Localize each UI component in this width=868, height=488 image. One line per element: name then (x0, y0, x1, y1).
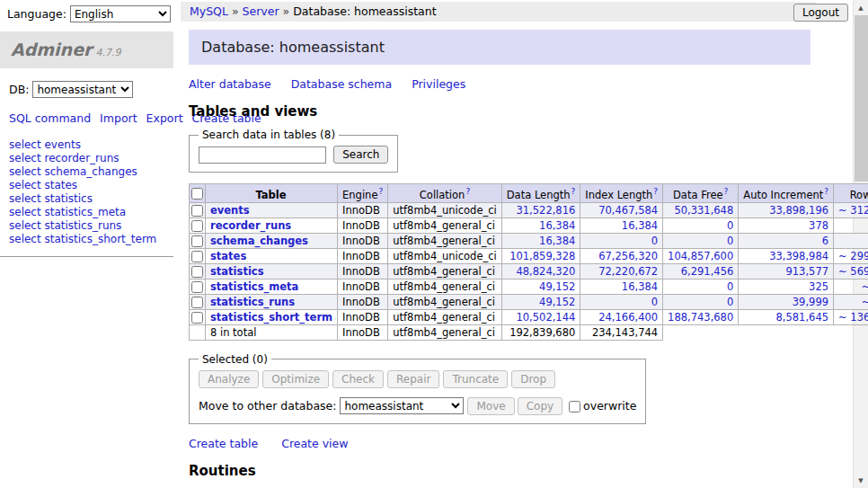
search-button[interactable]: Search (333, 146, 388, 164)
rows-count-link[interactable]: ~ 136,108 (838, 311, 868, 324)
row-select-checkbox[interactable] (191, 281, 203, 293)
table-name-link[interactable]: recorder_runs (210, 219, 291, 232)
column-header-label[interactable]: Data Length (507, 189, 571, 201)
row-select-checkbox[interactable] (191, 312, 203, 324)
index-length-link[interactable]: 0 (651, 235, 658, 247)
language-select[interactable]: English (70, 5, 171, 22)
sidebar-table-link[interactable]: select recorder_runs (9, 152, 164, 164)
row-select-checkbox[interactable] (191, 251, 203, 262)
data-free-link[interactable]: 0 (727, 280, 733, 293)
db-select[interactable]: homeassistant (32, 81, 133, 98)
overwrite-checkbox[interactable] (569, 401, 580, 413)
data-length-link[interactable]: 16,384 (539, 235, 575, 247)
column-help-link[interactable]: ? (465, 187, 470, 196)
rows-count-link[interactable]: ~ 312,180 (838, 204, 868, 217)
sidebar-table-link[interactable]: select statistics (9, 192, 164, 205)
table-name-link[interactable]: statistics_meta (210, 280, 298, 293)
data-length-link[interactable]: 49,152 (539, 280, 575, 293)
auto-increment-link[interactable]: 33,898,196 (769, 204, 828, 217)
operation-button[interactable]: Optimize (262, 370, 329, 388)
sidebar-table-link[interactable]: select statistics_meta (9, 206, 164, 218)
scrollbar-up-icon[interactable]: ▲ (854, 0, 868, 15)
column-header-label[interactable]: Engine (342, 189, 377, 201)
index-length-link[interactable]: 70,467,584 (598, 204, 658, 217)
data-length-link[interactable]: 31,522,816 (516, 204, 575, 217)
table-name-link[interactable]: statistics_runs (210, 296, 295, 308)
logout-button[interactable]: Logout (793, 4, 848, 22)
sidebar-table-link[interactable]: select schema_changes (9, 165, 164, 178)
select-all-checkbox[interactable] (191, 188, 203, 200)
data-length-link[interactable]: 10,502,144 (516, 311, 575, 324)
operation-button[interactable]: Repair (387, 370, 439, 388)
sidebar-action-link[interactable]: Export (146, 111, 183, 125)
sidebar-action-link[interactable]: SQL command (9, 111, 91, 125)
column-help-link[interactable]: ? (653, 187, 658, 196)
index-length-link[interactable]: 0 (651, 296, 658, 308)
row-select-checkbox[interactable] (191, 297, 203, 308)
data-length-link[interactable]: 16,384 (539, 219, 575, 232)
operation-button[interactable]: Truncate (443, 370, 508, 388)
table-name-link[interactable]: events (210, 204, 250, 217)
column-header-label[interactable]: Collation (420, 189, 465, 201)
auto-increment-link[interactable]: 39,999 (793, 296, 828, 308)
column-help-link[interactable]: ? (824, 187, 828, 196)
auto-increment-link[interactable]: 913,577 (785, 265, 828, 278)
auto-increment-link[interactable]: 6 (822, 235, 828, 247)
index-length-link[interactable]: 67,256,320 (598, 250, 658, 262)
rows-count-link[interactable]: ~ 569,159 (838, 265, 868, 278)
auto-increment-link[interactable]: 8,581,645 (776, 311, 829, 324)
row-select-checkbox[interactable] (191, 205, 203, 217)
data-free-link[interactable]: 0 (727, 219, 733, 232)
sidebar-table-link[interactable]: select states (9, 179, 164, 191)
create-link[interactable]: Create table (189, 437, 258, 450)
auto-increment-link[interactable]: 33,398,984 (769, 250, 828, 262)
data-free-link[interactable]: 188,743,680 (668, 311, 733, 324)
data-length-link[interactable]: 48,824,320 (516, 265, 575, 278)
database-action-link[interactable]: Alter database (189, 77, 271, 91)
table-name-link[interactable]: states (210, 250, 246, 262)
column-help-link[interactable]: ? (571, 187, 576, 196)
table-name-link[interactable]: schema_changes (210, 235, 308, 247)
scrollbar-thumb[interactable] (855, 15, 868, 182)
operation-button[interactable]: Analyze (199, 370, 259, 388)
row-select-checkbox[interactable] (191, 235, 203, 247)
table-name-link[interactable]: statistics (210, 265, 264, 278)
search-input[interactable] (199, 146, 326, 164)
auto-increment-link[interactable]: 378 (809, 219, 828, 232)
rows-count-link[interactable]: ~ 244 (862, 280, 868, 293)
database-action-link[interactable]: Database schema (291, 77, 392, 91)
sidebar-table-link[interactable]: select statistics_short_term (9, 233, 164, 245)
move-db-select[interactable]: homeassistant (340, 397, 464, 414)
column-header-label[interactable]: Index Length (585, 189, 652, 201)
column-help-link[interactable]: ? (724, 187, 729, 196)
create-link[interactable]: Create view (281, 437, 348, 450)
data-length-link[interactable]: 101,859,328 (509, 250, 575, 262)
app-name[interactable]: Adminer (11, 40, 92, 59)
data-free-link[interactable]: 104,857,600 (668, 250, 733, 262)
column-help-link[interactable]: ? (378, 187, 383, 196)
sidebar-action-link[interactable]: Import (100, 111, 137, 125)
data-free-link[interactable]: 0 (727, 296, 733, 308)
table-name-link[interactable]: statistics_short_term (210, 311, 332, 324)
sidebar-table-link[interactable]: select events (9, 138, 164, 151)
move-button[interactable]: Move (467, 397, 514, 415)
breadcrumb-mysql-link[interactable]: MySQL (190, 4, 228, 18)
data-free-link[interactable]: 6,291,456 (681, 265, 734, 278)
database-action-link[interactable]: Privileges (412, 77, 465, 91)
operation-button[interactable]: Check (332, 370, 384, 388)
operation-button[interactable]: Drop (511, 370, 555, 388)
data-length-link[interactable]: 49,152 (539, 296, 575, 308)
row-select-checkbox[interactable] (191, 266, 203, 278)
column-header-label[interactable]: Rows (850, 189, 868, 201)
row-select-checkbox[interactable] (191, 220, 203, 232)
rows-count-link[interactable]: ~ 628 (862, 296, 868, 308)
scrollbar-down-icon[interactable]: ▼ (854, 473, 868, 488)
rows-count-link[interactable]: ~ 299,833 (838, 250, 868, 262)
index-length-link[interactable]: 16,384 (622, 280, 658, 293)
copy-button[interactable]: Copy (518, 397, 562, 415)
breadcrumb-server-link[interactable]: Server (243, 4, 279, 18)
column-header-label[interactable]: Auto Increment (743, 189, 823, 201)
sidebar-table-link[interactable]: select statistics_runs (9, 219, 164, 232)
column-header-label[interactable]: Table (255, 189, 286, 201)
index-length-link[interactable]: 16,384 (622, 219, 658, 232)
